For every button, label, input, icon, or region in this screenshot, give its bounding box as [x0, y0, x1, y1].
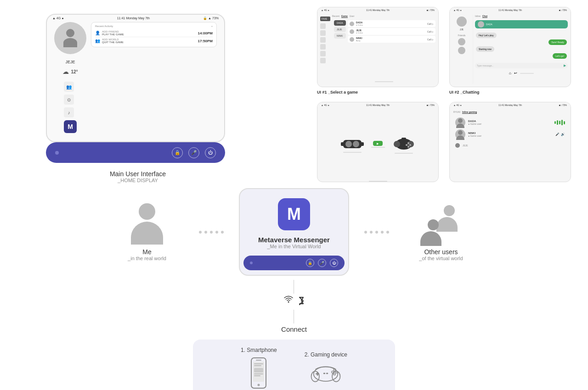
- me-body: [131, 222, 163, 245]
- ui-screen-1-status: ▲ 4G ● 11:41 Monday May 7th ■□ 73%: [317, 7, 438, 13]
- ui2-home-icon[interactable]: ⌂: [509, 71, 511, 75]
- ui2-chat-area: Hey! Let's play Sure! Ready Starting now…: [475, 32, 568, 60]
- weather-icon: ☁: [62, 68, 69, 75]
- svg-point-12: [407, 146, 409, 148]
- ui4-voice-area: RYUKI Inline gaming DADA ● Game user: [450, 108, 571, 152]
- contact-3-info: NINKI Away: [356, 37, 362, 42]
- card-header-label: Recent Activity: [95, 25, 113, 28]
- contact-1[interactable]: DADA ● Online Call ▷: [348, 20, 435, 27]
- ui2-friend-1[interactable]: [458, 38, 465, 45]
- device-subtitle: _Me in the Virtual World: [267, 244, 321, 249]
- ui2-back-icon[interactable]: ↩: [514, 71, 517, 75]
- svg-rect-16: [256, 360, 261, 361]
- call-participant-1-info: DADA ● Game user: [468, 120, 481, 125]
- connect-line-bottom: [294, 310, 294, 323]
- back-head: [444, 205, 455, 216]
- ui2-tabs: Inline Chat: [475, 15, 568, 18]
- game-item-3[interactable]: NINKI: [334, 33, 346, 39]
- wave-1: [554, 121, 556, 124]
- me-head: [139, 203, 155, 220]
- call-participant-1: DADA ● Game user: [455, 117, 565, 128]
- gaming-device: 2. Gaming device: [305, 351, 347, 384]
- dot-r3: [375, 231, 378, 234]
- device-frame: M Metaverse Messenger _Me in the Virtual…: [239, 188, 349, 276]
- chat-bubble-1: Hey! Let's play: [476, 33, 497, 38]
- dot-r5: [386, 231, 389, 234]
- call-p2-icons: 🎤 🔊: [555, 133, 565, 136]
- tablet-screen: ▲ 4G ● 11:41 Monday May 7th 🔒 ▲ 73% JEJE…: [46, 14, 225, 142]
- contact-3-avatar: [350, 37, 354, 42]
- ui-screen-2-wrap: ▲ 4G ● 11:41 Monday May 7th ■□ 73% JJE F…: [449, 7, 574, 95]
- ui4-status-l: ▲ 4G ●: [453, 104, 461, 106]
- game-item-2[interactable]: JEJE: [334, 27, 346, 32]
- ui1-icon-2[interactable]: [320, 30, 326, 36]
- call-avatar-1: [455, 117, 465, 128]
- dot-r2: [370, 231, 373, 234]
- contact-2[interactable]: JEJE ● Online Call ▷: [348, 28, 435, 35]
- ui1-icon-1[interactable]: [320, 23, 326, 29]
- ui4-tab-inline[interactable]: Inline gaming: [462, 111, 477, 114]
- dot-5: [221, 231, 224, 234]
- m-badge[interactable]: M: [64, 120, 77, 133]
- contact-3-action[interactable]: Call ▷: [427, 38, 434, 41]
- ui3-bottom: [317, 181, 438, 182]
- ui2-tab-chat[interactable]: Chat: [482, 15, 487, 18]
- svg-rect-3: [341, 142, 345, 146]
- ui2-send-icon[interactable]: ▶: [564, 64, 566, 67]
- ui1-icon-3[interactable]: [320, 37, 326, 43]
- card-row-2: 👥 ADD WORLD QUIT THE GAME 17:50PM: [95, 37, 213, 45]
- main-label-title: Main User Interface: [46, 170, 230, 178]
- ui1-tab-recent[interactable]: Recent: [332, 15, 339, 18]
- others-sublabel: _of the virtual world: [419, 256, 463, 261]
- card-expand[interactable]: +: [211, 25, 213, 28]
- ui1-icon-5[interactable]: [320, 51, 326, 56]
- ui2-tab-inline[interactable]: Inline: [475, 15, 481, 18]
- ui1-tab-user[interactable]: User: [350, 15, 355, 18]
- mic-icon[interactable]: 🎤: [555, 133, 560, 136]
- ui4-tab-ryuki[interactable]: RYUKI: [453, 111, 460, 114]
- ui2-input-placeholder: Type message...: [477, 64, 564, 67]
- svg-rect-8: [401, 138, 406, 139]
- ui4-status-c: 11:41 Monday May 7th: [498, 104, 522, 106]
- connect-line-top: [294, 280, 294, 294]
- bar-icon-lock[interactable]: 🔒: [172, 147, 183, 158]
- ui3-vr-device[interactable]: [341, 136, 364, 153]
- svg-rect-32: [323, 373, 325, 374]
- ui2-input[interactable]: Type message... ▶: [475, 63, 568, 68]
- contact-1-status: ● Online: [356, 24, 363, 26]
- ui1-tab-game[interactable]: Game: [341, 15, 348, 18]
- vr-headset-icon: [341, 136, 364, 150]
- device-icon-lock[interactable]: 🔒: [306, 259, 314, 267]
- bar-icon-power[interactable]: ⏻: [205, 147, 216, 158]
- ui1-icon-4[interactable]: [320, 44, 326, 50]
- others-label: Other users: [424, 248, 458, 256]
- me-person-icon: [126, 203, 168, 245]
- ui-screen-3-wrap: ▲ 4G ● 11:41 Monday May 7th ■□ 73%: [317, 102, 442, 185]
- dot-3: [210, 231, 213, 234]
- gaming-device-icon: [310, 362, 342, 384]
- card-row-1-left: 👤 ADD FRIEND PLAY THE GAME: [95, 30, 124, 36]
- svg-point-2: [353, 141, 359, 147]
- device-icon-mic[interactable]: 🎤: [318, 259, 326, 267]
- icon-friends[interactable]: 👥: [64, 82, 74, 92]
- middle-section: Me _in the real world M Metaverse Messen…: [0, 188, 588, 276]
- icon-bell[interactable]: ♪: [64, 107, 74, 117]
- device-icon-power[interactable]: ⏻: [330, 259, 338, 267]
- contact-1-action[interactable]: Call ▷: [427, 22, 434, 25]
- game-item-1[interactable]: DADA: [334, 20, 346, 26]
- ui1-icon-6[interactable]: [320, 58, 326, 63]
- smartphone-device: 1. Smartphone: [241, 347, 277, 389]
- ui3-gamepad-device[interactable]: [392, 135, 415, 154]
- ui1-bottom-bar: [332, 81, 435, 84]
- ui2-status-l: ▲ 4G ●: [453, 9, 461, 11]
- contact-3-status: Away: [356, 39, 362, 42]
- ui2-friend-2[interactable]: [458, 47, 465, 54]
- contact-2-action[interactable]: Call ▷: [427, 30, 434, 33]
- contact-3[interactable]: NINKI Away Call ▷: [348, 36, 435, 43]
- call-participant-3: JEJE: [455, 143, 565, 148]
- bar-icon-mic[interactable]: 🎤: [188, 147, 199, 158]
- icon-settings[interactable]: ⊙: [64, 95, 74, 105]
- status-right: 🔒 ▲ 73%: [203, 17, 219, 20]
- ui2-status-r: ■□ 73%: [559, 9, 567, 11]
- speaker-icon[interactable]: 🔊: [561, 133, 565, 136]
